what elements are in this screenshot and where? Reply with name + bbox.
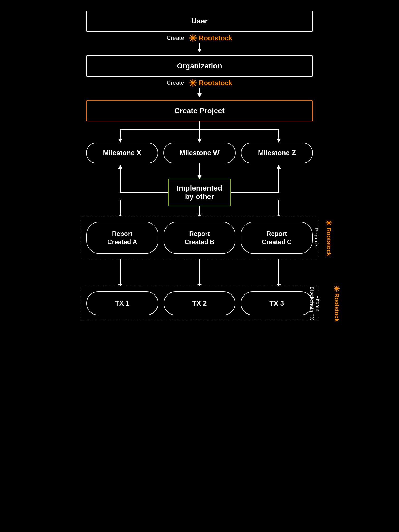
svg-line-6 [194,39,196,41]
svg-line-8 [190,39,192,41]
rootstock-icon-1 [189,34,197,42]
svg-marker-33 [277,165,281,169]
rootstock-icon-2 [189,79,197,87]
svg-line-63 [338,286,339,288]
svg-line-16 [194,80,196,82]
report-c: ReportCreated C [241,222,313,254]
milestone-x: Milestone X [86,142,158,163]
connector-1: Create Rootstock [78,32,321,55]
svg-line-50 [330,224,331,225]
svg-line-5 [190,35,192,37]
org-label: Organization [177,62,222,70]
project-box: Create Project [86,100,313,121]
branch-area [86,121,313,142]
svg-line-15 [194,84,196,86]
implemented-box: Implementedby other [168,179,231,206]
blockchain-label: BitcoinBlockchain TX [309,287,320,320]
main-diagram: User Create Rootstock [78,11,321,321]
implemented-label: Implementedby other [168,179,231,206]
rootstock-logo-1: Rootstock [189,34,232,42]
svg-marker-30 [118,165,122,169]
svg-line-51 [327,221,329,222]
reports-row: ReportCreated A ReportCreated B ReportCr… [86,222,313,254]
branch-svg [86,121,313,142]
svg-line-17 [190,84,192,86]
connector-2: Create Rootstock [78,77,321,100]
rootstock-icon-blockchain [334,285,340,292]
rootstock-logo-2: Rootstock [189,79,232,87]
svg-line-48 [330,221,331,222]
arrow-2 [197,93,202,97]
svg-line-65 [338,289,339,291]
svg-line-64 [335,289,336,291]
tx-connector-svg [86,259,313,286]
create-label-2: Create Rootstock [167,79,232,87]
project-label: Create Project [174,107,225,115]
tx-row: TX 1 TX 2 TX 3 [86,291,313,315]
reports-connector-top [86,206,313,216]
blockchain-section: TX 1 TX 2 TX 3 [81,286,318,321]
blockchain-rootstock: Rootstock [334,285,340,322]
svg-line-7 [194,35,196,37]
arrow-1 [197,49,202,52]
svg-marker-25 [277,139,281,142]
milestones-row: Milestone X Milestone W Milestone Z [86,142,313,163]
svg-line-66 [335,286,336,288]
line-1 [199,43,200,49]
impl-connector-area: Implementedby other [86,163,313,206]
reports-rootstock: Rootstock [326,220,332,256]
user-label: User [191,17,208,25]
user-box: User [86,11,313,32]
blockchain-section-wrapper: TX 1 TX 2 TX 3 BitcoinBlockchain TX [81,286,318,321]
tx-1: TX 1 [86,291,158,315]
svg-line-49 [327,224,329,225]
line-2 [199,88,200,93]
rootstock-icon-reports [326,220,332,226]
reports-section: ReportCreated A ReportCreated B ReportCr… [81,216,318,259]
milestone-w: Milestone W [163,142,235,163]
svg-line-14 [190,80,192,82]
org-box: Organization [86,55,313,77]
report-b: ReportCreated B [164,222,236,254]
reports-top-svg [86,206,313,216]
svg-marker-23 [118,139,122,142]
milestone-z: Milestone Z [241,142,313,163]
tx-3: TX 3 [241,291,313,315]
tx-2: TX 2 [164,291,236,315]
tx-connector-area [86,259,313,286]
reports-label: Reports [313,228,319,248]
reports-section-wrapper: ReportCreated A ReportCreated B ReportCr… [81,216,318,259]
create-label-1: Create Rootstock [167,34,232,42]
svg-marker-24 [197,139,202,142]
report-a: ReportCreated A [86,222,158,254]
